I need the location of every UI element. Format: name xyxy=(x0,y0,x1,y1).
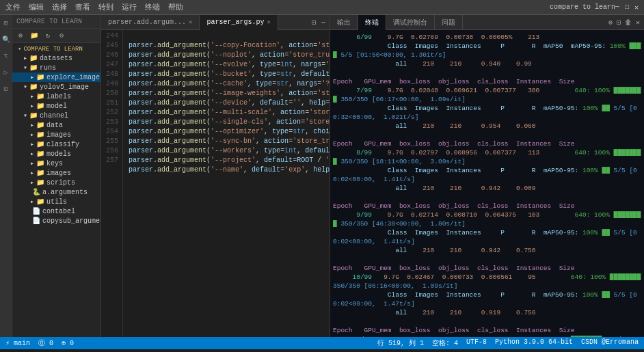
menu-run[interactable]: 运行 xyxy=(122,2,137,12)
line-numbers: 244245246247248 249250251252253 25425525… xyxy=(101,30,123,337)
activity-bar: ⊞ 🔍 ⌥ ▷ ⊡ xyxy=(0,15,12,337)
terminal-line xyxy=(333,255,641,264)
explorer-icon[interactable]: ⊞ xyxy=(1,18,12,29)
code-text[interactable]: parser.add_argument('--copy-Focation', a… xyxy=(123,30,330,337)
tree-item-yolov5-image[interactable]: ▾ 📁 yolov5_image xyxy=(12,82,100,92)
tree-item-models[interactable]: ▸ 📁 models xyxy=(12,149,100,159)
split-editor-btn[interactable]: ⊡ xyxy=(310,18,317,27)
terminal-line xyxy=(333,317,641,326)
status-position: 行 519, 列 1 xyxy=(377,338,424,348)
terminal-line: Class Images Instances P R mAP50-95: 100… xyxy=(333,166,641,184)
tree-item-datasets[interactable]: ▸ 📁 datasets xyxy=(12,53,100,63)
new-folder-btn[interactable]: 📁 xyxy=(29,30,40,41)
terminal-line xyxy=(333,68,641,77)
terminal-line: all 210 210 0.942 0.750 xyxy=(333,246,641,255)
status-errors[interactable]: ⓪ 0 xyxy=(38,338,53,348)
minimize-button[interactable]: ─ xyxy=(615,3,619,11)
sidebar-toolbar: ⊕ 📁 ↻ ⊖ xyxy=(12,29,100,43)
sidebar-title: COMPARE TO LEARN xyxy=(16,18,82,25)
menu-go[interactable]: 转到 xyxy=(98,2,113,12)
terminal-line: Class Images Instances P R mAP50-95: 100… xyxy=(333,290,641,308)
menu-edit[interactable]: 编辑 xyxy=(29,2,44,12)
terminal-line: Class Images Instances P R mAP50-95: 100… xyxy=(333,228,641,246)
terminal-split-btn[interactable]: ⊡ xyxy=(617,18,621,27)
terminal-output[interactable]: 6/99 9.7G 0.02769 0.00738 0.00005% 213 C… xyxy=(330,30,644,337)
editor-toolbar: ⊡ ⋯ xyxy=(308,16,330,29)
maximize-button[interactable]: □ xyxy=(625,3,629,11)
window-title: compare to learn xyxy=(550,3,615,11)
tree-item-runs[interactable]: ▾ 📁 runs xyxy=(12,63,100,72)
menu-terminal[interactable]: 终端 xyxy=(145,2,160,12)
refresh-btn[interactable]: ↻ xyxy=(42,30,53,41)
terminal-line: Epoch GPU_mem box_loss obj_loss cls_loss… xyxy=(333,77,641,86)
terminal-new-btn[interactable]: ⊕ xyxy=(608,18,613,27)
tab-parser-args-label: parser_args.py xyxy=(206,18,264,26)
terminal-tab-bar: 输出 终端 调试控制台 问题 ⊕ ⊡ 🗑 ✕ xyxy=(330,15,644,30)
terminal-line: 8/99 9.7G 0.02797 0.008956 0.007377 113 … xyxy=(333,148,641,166)
terminal-close-btn[interactable]: ✕ xyxy=(636,18,640,27)
tab-parser-add[interactable]: parser.add.argum... ✕ xyxy=(101,15,200,30)
tab-close-icon-2[interactable]: ✕ xyxy=(267,18,270,26)
tree-item-copysub[interactable]: 📄 copysub_argument xyxy=(12,216,100,226)
code-editor: parser.add.argum... ✕ parser_args.py ✕ ⊡… xyxy=(101,15,330,337)
tree-item-model[interactable]: ▸ 📁 model xyxy=(12,101,100,111)
tree-item-a-arguments[interactable]: 🐍 a.arguments xyxy=(12,187,100,197)
tree-item-compare-to-learn[interactable]: ▾ COMPARE TO LEARN xyxy=(12,44,100,53)
tab-problems[interactable]: 问题 xyxy=(435,15,463,30)
terminal-line: 7/99 9.7G 0.02048 0.009621 0.007377 380 … xyxy=(333,86,641,104)
status-right: 行 519, 列 1 空格: 4 UTF-8 Python 3.9.0 64-b… xyxy=(377,338,639,348)
status-branch[interactable]: ⚡ main xyxy=(5,339,30,347)
menu-select[interactable]: 选择 xyxy=(52,2,67,12)
terminal-line: 10/99 9.7G 0.02467 0.000733 0.006561 95 … xyxy=(333,273,641,290)
tab-debug-console[interactable]: 调试控制台 xyxy=(386,15,435,30)
tab-terminal[interactable]: 终端 xyxy=(358,15,386,30)
tree-item-images[interactable]: ▸ 📁 images xyxy=(12,130,100,139)
git-icon[interactable]: ⌥ xyxy=(1,51,12,62)
status-bar: ⚡ main ⓪ 0 ⊕ 0 行 519, 列 1 空格: 4 UTF-8 Py… xyxy=(0,337,644,349)
terminal-line: 11/99 9.7G 0.02530 0.009372 114 640: 100… xyxy=(333,335,641,337)
tree-item-keys[interactable]: ▸ 📁 keys xyxy=(12,159,100,168)
terminal-line xyxy=(333,131,641,139)
tree-item-scripts[interactable]: ▸ 📁 scripts xyxy=(12,178,100,187)
terminal-line: all 210 210 0.940 0.99 xyxy=(333,59,641,68)
tree-item-data[interactable]: ▸ 📁 data xyxy=(12,120,100,130)
extensions-icon[interactable]: ⊡ xyxy=(1,83,12,94)
editor-tab-bar: parser.add.argum... ✕ parser_args.py ✕ ⊡… xyxy=(101,15,330,30)
tree-item-channel[interactable]: ▾ 📁 channel xyxy=(12,111,100,120)
more-actions-btn[interactable]: ⋯ xyxy=(320,18,327,27)
search-icon[interactable]: 🔍 xyxy=(1,34,12,45)
new-file-btn[interactable]: ⊕ xyxy=(15,30,26,41)
terminal-panel: 输出 终端 调试控制台 问题 ⊕ ⊡ 🗑 ✕ 6/99 9.7G 0.02769… xyxy=(330,15,644,337)
terminal-line: 6/99 9.7G 0.02769 0.00738 0.00005% 213 xyxy=(333,33,641,42)
tab-output[interactable]: 输出 xyxy=(330,15,358,30)
tree-item-classify[interactable]: ▸ 📁 classify xyxy=(12,139,100,149)
terminal-line: Epoch GPU_mem box_loss obj_loss cls_loss… xyxy=(333,326,641,335)
terminal-line: Class Images Instances P R mAP50 mAP50-9… xyxy=(333,42,641,59)
terminal-line: Epoch GPU_mem box_loss obj_loss cls_loss… xyxy=(333,202,641,211)
tree-item-utils[interactable]: ▸ 📁 utils xyxy=(12,197,100,206)
status-python: Python 3.9.0 64-bit xyxy=(495,338,573,348)
status-encoding: UTF-8 xyxy=(466,338,487,348)
terminal-line: all 210 210 0.942 0.009 xyxy=(333,184,641,193)
tree-item-contabel[interactable]: 📄 contabel xyxy=(12,206,100,216)
title-bar: 文件 编辑 选择 查看 转到 运行 终端 帮助 compare to learn… xyxy=(0,0,644,15)
tree-item-explore-image[interactable]: ▸ 📁 explore_image xyxy=(12,72,100,82)
menu-file[interactable]: 文件 xyxy=(5,2,21,12)
file-explorer: COMPARE TO LEARN ⊕ 📁 ↻ ⊖ ▾ COMPARE TO LE… xyxy=(12,15,101,337)
sidebar-header: COMPARE TO LEARN xyxy=(12,15,100,29)
status-warnings[interactable]: ⊕ 0 xyxy=(62,339,74,347)
tree-item-labels[interactable]: ▸ 📁 labels xyxy=(12,92,100,101)
main-layout: ⊞ 🔍 ⌥ ▷ ⊡ COMPARE TO LEARN ⊕ 📁 ↻ ⊖ ▾ COM… xyxy=(0,15,644,337)
title-bar-menu: 文件 编辑 选择 查看 转到 运行 终端 帮助 xyxy=(5,2,550,12)
menu-help[interactable]: 帮助 xyxy=(168,2,183,12)
debug-icon[interactable]: ▷ xyxy=(1,67,12,78)
close-button[interactable]: ✕ xyxy=(634,3,639,12)
collapse-btn[interactable]: ⊖ xyxy=(56,30,67,41)
status-indent: 空格: 4 xyxy=(432,338,458,348)
menu-view[interactable]: 查看 xyxy=(75,2,90,12)
terminal-line: all 210 210 0.919 0.756 xyxy=(333,308,641,317)
terminal-trash-btn[interactable]: 🗑 xyxy=(625,18,632,27)
tab-close-icon[interactable]: ✕ xyxy=(189,18,192,26)
tab-parser-args[interactable]: parser_args.py ✕ xyxy=(200,15,278,30)
tree-item-images2[interactable]: ▸ 📁 images xyxy=(12,168,100,178)
